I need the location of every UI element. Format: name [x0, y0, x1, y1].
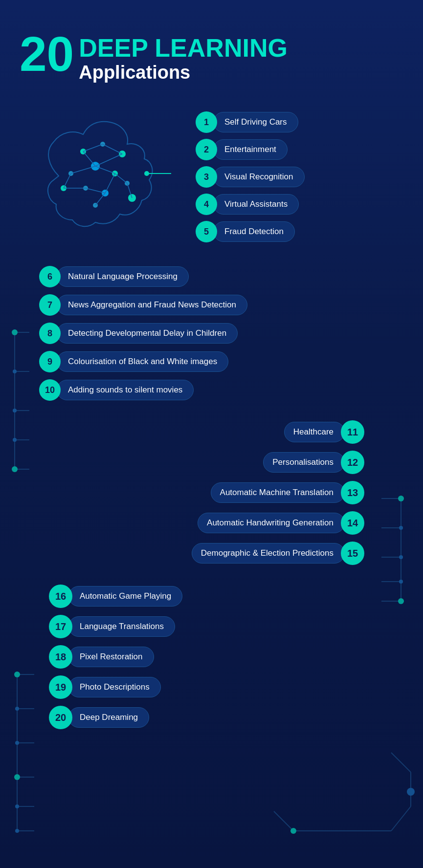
- item-label: Virtual Assistants: [213, 194, 299, 215]
- svg-point-8: [13, 409, 17, 412]
- list-item: Healthcare 11: [284, 420, 364, 444]
- list-item: 7 News Aggregation and Fraud News Detect…: [39, 294, 247, 316]
- svg-line-62: [105, 174, 115, 193]
- item-label: Demographic & Election Predictions: [192, 543, 345, 564]
- page-header: 20 DEEP LEARNING Applications: [20, 29, 403, 83]
- svg-line-65: [95, 193, 105, 205]
- item-number: 12: [341, 451, 364, 474]
- list-item: 16 Automatic Game Playing: [49, 585, 182, 608]
- item-number: 7: [39, 294, 61, 316]
- svg-line-60: [64, 174, 71, 188]
- svg-point-34: [15, 829, 19, 833]
- items-1-5: 1 Self Driving Cars 2 Entertainment 3 Vi…: [196, 111, 403, 242]
- item-label: Language Translations: [68, 616, 175, 637]
- list-item: 8 Detecting Developmental Delay in Child…: [39, 323, 238, 344]
- brain-graphic: [20, 103, 196, 251]
- item-label: Pixel Restoration: [68, 647, 154, 667]
- svg-point-7: [13, 369, 17, 373]
- header-text: DEEP LEARNING Applications: [79, 29, 288, 83]
- svg-point-68: [144, 171, 149, 176]
- item-label: Automatic Game Playing: [68, 586, 182, 607]
- header-title: DEEP LEARNING: [79, 34, 288, 62]
- item-label: Fraud Detection: [213, 221, 295, 242]
- item-number: 1: [196, 111, 217, 133]
- svg-line-59: [95, 166, 115, 174]
- list-item: Automatic Handwriting Generation 14: [198, 511, 364, 535]
- list-item: 1 Self Driving Cars: [196, 111, 298, 133]
- list-item: 17 Language Translations: [49, 615, 175, 638]
- item-number: 16: [49, 585, 72, 608]
- svg-line-38: [391, 753, 411, 772]
- item-number: 19: [49, 675, 72, 699]
- item-number: 3: [196, 166, 217, 188]
- svg-point-10: [12, 466, 18, 472]
- section-6-10: 6 Natural Language Processing 7 News Agg…: [20, 266, 403, 401]
- list-item: 3 Visual Recognition: [196, 166, 305, 188]
- svg-point-31: [15, 741, 19, 745]
- item-number: 9: [39, 351, 61, 372]
- svg-point-32: [14, 774, 20, 780]
- svg-line-56: [83, 152, 95, 166]
- list-item: 6 Natural Language Processing: [39, 266, 189, 287]
- header-number: 20: [20, 29, 74, 78]
- list-item: Personalisations 12: [263, 451, 364, 474]
- item-number: 10: [39, 379, 61, 401]
- header-subtitle: Applications: [79, 62, 288, 83]
- list-item: Automatic Machine Translation 13: [211, 481, 364, 504]
- item-label: Visual Recognition: [213, 167, 305, 187]
- list-item: 4 Virtual Assistants: [196, 194, 299, 215]
- item-number: 15: [341, 542, 364, 565]
- item-label: Natural Language Processing: [57, 266, 189, 287]
- svg-point-40: [290, 828, 296, 834]
- item-number: 5: [196, 221, 217, 242]
- item-label: Adding sounds to silent movies: [57, 380, 194, 400]
- item-label: Deep Dreaming: [68, 707, 149, 728]
- item-label: Detecting Developmental Delay in Childre…: [57, 323, 238, 344]
- list-item: 20 Deep Dreaming: [49, 706, 149, 729]
- svg-point-33: [15, 804, 19, 808]
- item-number: 4: [196, 194, 217, 215]
- item-number: 17: [49, 615, 72, 638]
- svg-line-57: [95, 154, 122, 166]
- item-number: 11: [341, 420, 364, 444]
- section-brain: 1 Self Driving Cars 2 Entertainment 3 Vi…: [20, 103, 403, 251]
- svg-point-41: [407, 788, 415, 796]
- item-label: Entertainment: [213, 139, 288, 160]
- svg-line-58: [71, 166, 95, 174]
- item-label: Automatic Machine Translation: [211, 482, 345, 503]
- list-item: 19 Photo Descriptions: [49, 675, 161, 699]
- item-label: Automatic Handwriting Generation: [198, 513, 345, 533]
- item-label: Self Driving Cars: [213, 112, 298, 132]
- list-item: 2 Entertainment: [196, 139, 288, 160]
- item-number: 2: [196, 139, 217, 160]
- item-number: 6: [39, 266, 61, 287]
- svg-line-64: [86, 188, 105, 193]
- section-16-20: 16 Automatic Game Playing 17 Language Tr…: [20, 585, 403, 729]
- item-label: News Aggregation and Fraud News Detectio…: [57, 295, 247, 315]
- svg-point-9: [13, 438, 17, 442]
- list-item: 10 Adding sounds to silent movies: [39, 379, 194, 401]
- item-number: 14: [341, 511, 364, 535]
- item-number: 20: [49, 706, 72, 729]
- svg-line-61: [115, 174, 127, 183]
- list-item: 9 Colourisation of Black and White image…: [39, 351, 228, 372]
- item-label: Photo Descriptions: [68, 677, 161, 697]
- svg-point-30: [15, 707, 19, 711]
- section-11-15: Healthcare 11 Personalisations 12 Automa…: [20, 420, 403, 565]
- list-item: Demographic & Election Predictions 15: [192, 542, 364, 565]
- svg-line-54: [83, 144, 103, 152]
- item-label: Personalisations: [263, 452, 345, 473]
- list-item: 5 Fraud Detection: [196, 221, 295, 242]
- item-label: Healthcare: [284, 422, 345, 442]
- list-item: 18 Pixel Restoration: [49, 645, 154, 669]
- svg-line-36: [391, 806, 411, 831]
- svg-line-39: [274, 811, 293, 831]
- svg-line-55: [103, 144, 122, 154]
- item-number: 18: [49, 645, 72, 669]
- item-number: 8: [39, 323, 61, 344]
- item-number: 13: [341, 481, 364, 504]
- svg-point-6: [12, 329, 18, 335]
- item-label: Colourisation of Black and White images: [57, 351, 228, 372]
